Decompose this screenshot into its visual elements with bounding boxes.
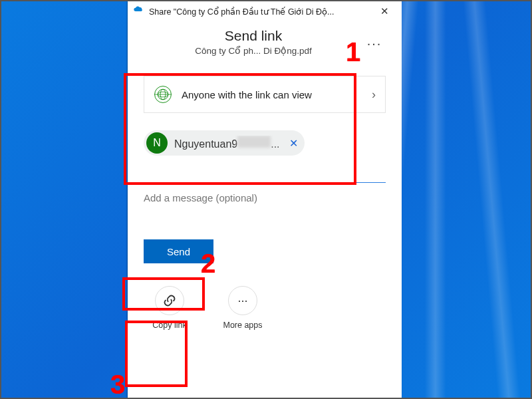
more-options-button[interactable]: ··· [363, 32, 386, 55]
recipient-name-blurred [237, 136, 271, 148]
recipient-name: Nguyentuan9... [174, 136, 280, 150]
link-icon [155, 286, 184, 315]
titlebar: Share "Công ty Cổ phần Đầu tư Thế Giới D… [128, 1, 402, 21]
more-apps-button[interactable]: ··· More apps [217, 286, 269, 330]
divider [144, 182, 386, 183]
link-permission-row[interactable]: Anyone with the link can view › [144, 76, 386, 113]
annotation-box-3 [125, 321, 188, 387]
chevron-right-icon: › [372, 88, 376, 102]
permission-text: Anyone with the link can view [182, 89, 362, 100]
dialog-content: Send link Công ty Cổ ph... Di Động.pdf ·… [128, 21, 402, 399]
recipient-name-ellipsis: ... [271, 138, 279, 150]
header-row: Send link Công ty Cổ ph... Di Động.pdf ·… [144, 28, 386, 56]
recipient-name-visible: Nguyentuan9 [174, 138, 237, 150]
message-input[interactable] [144, 192, 386, 203]
remove-recipient-button[interactable]: ✕ [289, 137, 298, 150]
onedrive-icon [133, 6, 144, 17]
avatar: N [146, 132, 168, 154]
file-name: Công ty Cổ ph... Di Động.pdf [144, 45, 363, 56]
share-dialog: Share "Công ty Cổ phần Đầu tư Thế Giới D… [128, 1, 402, 399]
more-apps-label: More apps [223, 321, 262, 330]
action-row: Copy link ··· More apps [144, 286, 386, 330]
recipient-area[interactable]: N Nguyentuan9... ✕ [144, 130, 386, 156]
globe-icon [154, 85, 172, 104]
send-button[interactable]: Send [144, 239, 213, 263]
copy-link-label: Copy link [152, 321, 186, 330]
page-title: Send link [144, 28, 363, 44]
copy-link-button[interactable]: Copy link [144, 286, 196, 330]
close-button[interactable]: ✕ [371, 2, 398, 21]
more-apps-icon: ··· [228, 286, 257, 315]
recipient-pill: N Nguyentuan9... ✕ [144, 130, 305, 156]
window-title: Share "Công ty Cổ phần Đầu tư Thế Giới D… [149, 7, 366, 17]
